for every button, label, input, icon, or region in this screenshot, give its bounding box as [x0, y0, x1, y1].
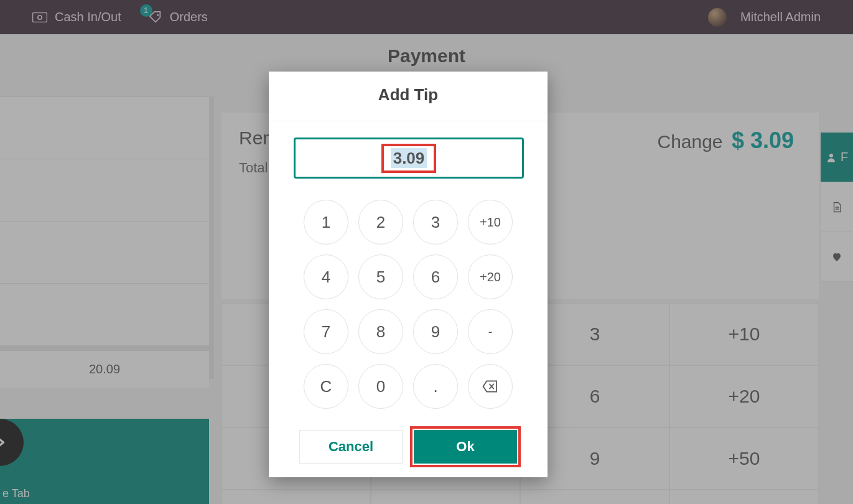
- key-minus[interactable]: -: [468, 309, 513, 354]
- add-tip-modal: Add Tip 3.09 1 2 3 +10 4 5 6 +20 7 8 9 -…: [269, 72, 548, 477]
- highlight-box: [381, 144, 437, 173]
- key-plus20[interactable]: +20: [468, 254, 513, 299]
- highlight-box: [410, 426, 521, 467]
- key-8[interactable]: 8: [358, 309, 403, 354]
- modal-title: Add Tip: [269, 72, 548, 121]
- key-0[interactable]: 0: [358, 364, 403, 409]
- modal-keypad: 1 2 3 +10 4 5 6 +20 7 8 9 - C 0 .: [294, 195, 523, 421]
- key-clear[interactable]: C: [304, 364, 348, 409]
- key-5[interactable]: 5: [358, 254, 403, 299]
- key-7[interactable]: 7: [304, 309, 348, 354]
- backspace-icon: [482, 380, 499, 393]
- key-4[interactable]: 4: [304, 254, 348, 299]
- key-9[interactable]: 9: [413, 309, 458, 354]
- key-2[interactable]: 2: [358, 200, 403, 245]
- ok-button[interactable]: Ok: [414, 430, 517, 464]
- key-1[interactable]: 1: [304, 200, 348, 245]
- modal-footer: Cancel Ok: [269, 427, 548, 477]
- key-backspace[interactable]: [468, 364, 513, 409]
- key-dot[interactable]: .: [413, 364, 458, 409]
- key-3[interactable]: 3: [413, 200, 458, 245]
- key-plus10[interactable]: +10: [468, 200, 513, 245]
- key-6[interactable]: 6: [413, 254, 458, 299]
- cancel-button[interactable]: Cancel: [299, 430, 403, 464]
- tip-input[interactable]: 3.09: [294, 138, 524, 179]
